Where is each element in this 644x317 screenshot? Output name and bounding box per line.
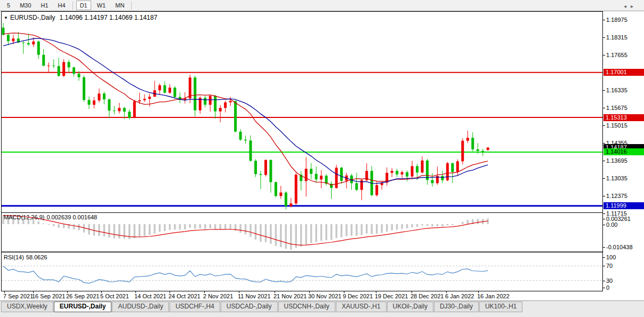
macd-tick-label: -0.010438 xyxy=(606,244,633,250)
price-badge: 1.14016 xyxy=(603,148,644,155)
price-tick-mark xyxy=(603,178,605,179)
macd-indicator-label: MACD(12,26,9)0.002639 0.001648 xyxy=(4,214,99,220)
trading-terminal-window: { "toolbar": { "buttons": ["5", "M30", "… xyxy=(0,0,644,317)
symbol-dropdown-icon[interactable]: ▼ xyxy=(4,15,8,20)
rsi-indicator-label: RSI(14)58.0626 xyxy=(4,254,50,260)
price-tick-mark xyxy=(603,213,605,214)
price-tick-label: 1.18315 xyxy=(606,34,627,41)
price-tick-label: 1.18975 xyxy=(606,17,627,23)
date-tick-label: 6 Jan 2022 xyxy=(445,293,474,299)
price-tick-mark xyxy=(603,20,605,20)
symbol-ohlc-values: 1.14096 1.14197 1.14069 1.14187 xyxy=(60,14,158,21)
rsi-tick-mark xyxy=(603,281,605,281)
rsi-value: 58.0626 xyxy=(26,254,47,260)
tab-scroll-arrows: ◂▸ xyxy=(624,3,638,9)
price-tick-label: 1.13035 xyxy=(606,175,627,181)
macd-tick-label: 0.00 xyxy=(606,221,617,228)
date-tick-label: 2 Nov 2021 xyxy=(203,293,233,299)
price-tick-label: 1.12375 xyxy=(606,193,627,199)
date-tick-label: 16 Sep 2021 xyxy=(32,293,65,299)
price-tick-mark xyxy=(603,90,605,91)
price-chart-pane[interactable] xyxy=(1,12,603,212)
price-tick-mark xyxy=(603,55,605,56)
date-tick-label: 21 Nov 2021 xyxy=(273,293,307,299)
price-tick-label: 1.15675 xyxy=(606,105,627,111)
price-badge: 1.15313 xyxy=(603,114,644,121)
rsi-tick-label: 0 xyxy=(606,284,609,291)
date-tick-label: 28 Dec 2021 xyxy=(410,293,444,299)
date-tick-label: 7 Sep 2021 xyxy=(3,293,33,299)
chart-symbol-title[interactable]: ▼EURUSD-,Daily1.14096 1.14197 1.14069 1.… xyxy=(4,14,157,21)
date-tick-label: 24 Oct 2021 xyxy=(168,293,200,299)
rsi-pane[interactable] xyxy=(1,252,603,291)
date-tick-label: 14 Oct 2021 xyxy=(134,293,166,299)
price-tick-mark xyxy=(603,161,605,161)
price-tick-mark xyxy=(603,125,605,126)
macd-name: MACD(12,26,9) xyxy=(4,214,44,220)
date-tick-label: 19 Dec 2021 xyxy=(375,293,408,299)
price-tick-mark xyxy=(603,196,605,196)
rsi-tick-mark xyxy=(603,257,605,258)
date-tick-label: 11 Nov 2021 xyxy=(238,293,271,299)
date-tick-label: 30 Nov 2021 xyxy=(308,293,341,299)
rsi-tick-label: 30 xyxy=(606,278,613,284)
price-tick-mark xyxy=(603,108,605,108)
macd-tick-mark xyxy=(603,219,605,219)
date-tick-label: 9 Dec 2021 xyxy=(343,293,373,299)
macd-tick-mark xyxy=(603,225,605,225)
symbol-title-label: EURUSD-,Daily xyxy=(10,14,55,21)
price-badge: 1.17001 xyxy=(603,69,644,76)
macd-tick-mark xyxy=(603,247,605,248)
price-tick-label: 1.13695 xyxy=(606,157,627,164)
price-badge: 1.11999 xyxy=(603,202,644,209)
price-tick-mark xyxy=(603,143,605,144)
macd-values: 0.002639 0.001648 xyxy=(46,214,97,220)
price-tick-label: 1.16335 xyxy=(606,87,627,93)
rsi-tick-label: 70 xyxy=(606,263,613,269)
tabs-scroll-right-icon[interactable]: ▸ xyxy=(631,3,638,9)
price-tick-label: 1.17655 xyxy=(606,52,627,58)
rsi-tick-label: 100 xyxy=(606,254,616,260)
date-tick-label: 16 Jan 2022 xyxy=(477,293,510,299)
price-tick-label: 1.15015 xyxy=(606,122,627,129)
tabs-scroll-left-icon[interactable]: ◂ xyxy=(624,3,631,9)
rsi-name: RSI(14) xyxy=(4,254,24,260)
rsi-tick-mark xyxy=(603,266,605,266)
date-tick-label: 26 Sep 2021 xyxy=(66,293,99,299)
date-tick-label: 5 Oct 2021 xyxy=(100,293,129,299)
price-tick-mark xyxy=(603,37,605,38)
rsi-tick-mark xyxy=(603,288,605,288)
